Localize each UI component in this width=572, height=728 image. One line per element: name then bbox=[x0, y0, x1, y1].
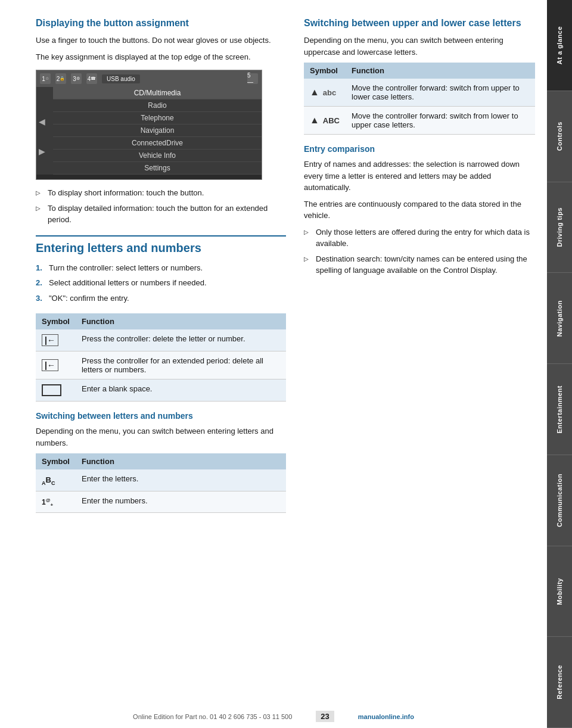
table-row: Enter a blank space. bbox=[36, 379, 286, 402]
menu-item-cdmultimedia[interactable]: CD/Multimedia bbox=[53, 87, 262, 99]
entry-comparison-bullets: Only those letters are offered during th… bbox=[304, 226, 535, 276]
screen-btn-5: 5 — bbox=[247, 73, 258, 84]
right-column: Switching between upper and lower case l… bbox=[304, 18, 535, 703]
symbol-letters: ABC bbox=[36, 469, 76, 491]
col-header-function: Function bbox=[76, 313, 286, 329]
symbol-arrow-abc: ▲ abc bbox=[304, 79, 346, 107]
bullet-item-1: To display short information: touch the … bbox=[36, 187, 286, 199]
menu-item-navigation[interactable]: Navigation bbox=[53, 125, 262, 137]
function-arrow-ABC: Move the controller forward: switch from… bbox=[346, 107, 535, 135]
left-column: Displaying the button assignment Use a f… bbox=[36, 18, 286, 703]
para-entry-comparison-1: Entry of names and addresses: the select… bbox=[304, 158, 535, 194]
table-row: |← Press the controller: delete the lett… bbox=[36, 329, 286, 351]
sidebar-item-label: Communication bbox=[556, 474, 563, 527]
steps-list: 1. Turn the controller: select letters o… bbox=[36, 262, 286, 304]
footer: Online Edition for Part no. 01 40 2 606 … bbox=[0, 711, 547, 722]
para-upper-lower: Depending on the menu, you can switch be… bbox=[304, 35, 535, 58]
section-heading-switching-letters: Switching between letters and numbers bbox=[36, 411, 286, 421]
nav-arrow-left: ◀ bbox=[39, 117, 45, 126]
table-row: ▲ ABC Move the controller forward: switc… bbox=[304, 107, 535, 135]
function-space: Enter a blank space. bbox=[76, 379, 286, 402]
step-1: 1. Turn the controller: select letters o… bbox=[36, 262, 286, 274]
symbol-space bbox=[36, 379, 76, 402]
section-heading-entering: Entering letters and numbers bbox=[36, 235, 286, 255]
col-header-symbol2: Symbol bbox=[36, 453, 76, 469]
sidebar: At a glance Controls Driving tips Naviga… bbox=[547, 0, 572, 728]
step-3: 3. "OK": confirm the entry. bbox=[36, 293, 286, 304]
sidebar-item-label: Reference bbox=[556, 665, 563, 699]
section-heading-display: Displaying the button assignment bbox=[36, 18, 286, 29]
col-header-symbol3: Symbol bbox=[304, 63, 346, 79]
para-display-1: Use a finger to touch the buttons. Do no… bbox=[36, 35, 286, 46]
menu-item-vehicleinfo[interactable]: Vehicle Info bbox=[53, 150, 262, 162]
function-letters: Enter the letters. bbox=[76, 469, 286, 491]
bullet-only-letters: Only those letters are offered during th… bbox=[304, 226, 535, 250]
nav-arrow-right: ▶ bbox=[39, 147, 45, 156]
symbol-numbers: 1@+ bbox=[36, 491, 76, 512]
menu-item-telephone[interactable]: Telephone bbox=[53, 112, 262, 125]
bullet-item-2: To display detailed information: touch t… bbox=[36, 203, 286, 226]
footer-logo: manualonline.info bbox=[358, 713, 414, 720]
symbol-arrow-ABC: ▲ ABC bbox=[304, 107, 346, 135]
section-heading-upper-lower: Switching between upper and lower case l… bbox=[304, 18, 535, 29]
col-header-symbol: Symbol bbox=[36, 313, 76, 329]
function-arrow-abc: Move the controller forward: switch from… bbox=[346, 79, 535, 107]
screen-toolbar: 1☆ 2🔒 3⚙ 4☎ USB audio 5 — bbox=[36, 70, 262, 87]
screen-image: 1☆ 2🔒 3⚙ 4☎ USB audio 5 — ◀ ▶ CD/Multime… bbox=[36, 70, 262, 180]
sidebar-item-label: Navigation bbox=[556, 300, 563, 337]
symbol-table-entering: Symbol Function |← Press the controller:… bbox=[36, 313, 286, 402]
sidebar-item-at-a-glance[interactable]: At a glance bbox=[547, 0, 572, 91]
sidebar-item-entertainment[interactable]: Entertainment bbox=[547, 364, 572, 455]
symbol-backspace2: |← bbox=[36, 351, 76, 379]
table-row: 1@+ Enter the numbers. bbox=[36, 491, 286, 512]
screen-btn-4: 4☎ bbox=[86, 73, 97, 84]
screen-btn-1: 1☆ bbox=[40, 73, 51, 84]
footer-left-text: Online Edition for Part no. 01 40 2 606 … bbox=[133, 713, 292, 720]
sidebar-item-label: Entertainment bbox=[556, 385, 563, 433]
para-display-2: The key assignment is displayed at the t… bbox=[36, 51, 286, 63]
para-switching: Depending on the menu, you can switch be… bbox=[36, 425, 286, 449]
sidebar-item-reference[interactable]: Reference bbox=[547, 637, 572, 728]
screen-btn-usb: USB audio bbox=[102, 74, 140, 83]
table-row: ▲ abc Move the controller forward: switc… bbox=[304, 79, 535, 107]
step-2: 2. Select additional letters or numbers … bbox=[36, 277, 286, 289]
table-row: ABC Enter the letters. bbox=[36, 469, 286, 491]
sidebar-item-driving-tips[interactable]: Driving tips bbox=[547, 182, 572, 273]
screen-btn-2: 2🔒 bbox=[55, 73, 66, 84]
symbol-table-upper-lower: Symbol Function ▲ abc Move the controlle… bbox=[304, 63, 535, 135]
para-entry-comparison-2: The entries are continuously compared to… bbox=[304, 198, 535, 222]
menu-item-settings[interactable]: Settings bbox=[53, 162, 262, 175]
col-header-function2: Function bbox=[76, 453, 286, 469]
page-number: 23 bbox=[316, 711, 334, 722]
sidebar-item-label: Driving tips bbox=[556, 207, 563, 247]
display-bullet-list: To display short information: touch the … bbox=[36, 187, 286, 226]
symbol-table-switching: Symbol Function ABC Enter the letters. 1… bbox=[36, 453, 286, 513]
section-heading-entry-comparison: Entry comparison bbox=[304, 144, 535, 154]
symbol-backspace1: |← bbox=[36, 329, 76, 351]
sidebar-item-communication[interactable]: Communication bbox=[547, 455, 572, 546]
bullet-destination: Destination search: town/city names can … bbox=[304, 253, 535, 276]
sidebar-item-label: Controls bbox=[556, 122, 563, 151]
table-row: |← Press the controller for an extended … bbox=[36, 351, 286, 379]
function-backspace2: Press the controller for an extended per… bbox=[76, 351, 286, 379]
sidebar-item-navigation[interactable]: Navigation bbox=[547, 273, 572, 364]
sidebar-item-controls[interactable]: Controls bbox=[547, 91, 572, 182]
menu-item-radio[interactable]: Radio bbox=[53, 99, 262, 112]
function-numbers: Enter the numbers. bbox=[76, 491, 286, 512]
screen-btn-3: 3⚙ bbox=[71, 73, 82, 84]
screen-side-nav: ◀ ▶ bbox=[39, 117, 45, 156]
function-backspace1: Press the controller: delete the letter … bbox=[76, 329, 286, 351]
col-header-function3: Function bbox=[346, 63, 535, 79]
screen-menu: ◀ ▶ CD/Multimedia Radio Telephone Naviga… bbox=[36, 87, 262, 175]
sidebar-item-label: Mobility bbox=[556, 578, 563, 605]
sidebar-item-label: At a glance bbox=[556, 26, 563, 64]
main-content: Displaying the button assignment Use a f… bbox=[0, 0, 547, 715]
menu-item-connecteddrive[interactable]: ConnectedDrive bbox=[53, 137, 262, 150]
sidebar-item-mobility[interactable]: Mobility bbox=[547, 546, 572, 637]
